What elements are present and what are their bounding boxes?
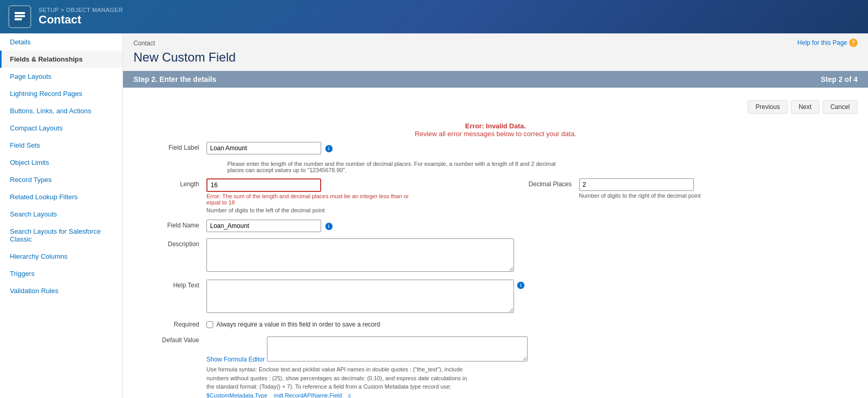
step-right: Step 2 of 4: [821, 75, 858, 83]
error-message: Review all error messages below to corre…: [127, 130, 864, 138]
breadcrumb-obj: OBJECT MANAGER: [66, 7, 123, 13]
sidebar-item-details[interactable]: Details: [0, 33, 123, 51]
field-name-input[interactable]: [206, 220, 321, 232]
required-field: Always require a value in this field in …: [206, 321, 380, 328]
length-decimal-row: Length Error: The sum of the length and …: [123, 178, 868, 213]
field-label-label: Field Label: [144, 142, 206, 151]
content-wrapper: Contact New Custom Field Help for this P…: [123, 33, 868, 398]
field-name-label: Field Name: [144, 220, 206, 229]
sidebar-item-fields-relationships[interactable]: Fields & Relationships: [0, 51, 123, 68]
sidebar: Details Fields & Relationships Page Layo…: [0, 33, 123, 398]
length-input[interactable]: [206, 178, 321, 192]
top-previous-button[interactable]: Previous: [748, 100, 788, 114]
show-formula-link[interactable]: Show Formula Editor: [206, 356, 265, 363]
sidebar-item-validation-rules[interactable]: Validation Rules: [0, 282, 123, 299]
sidebar-item-record-types[interactable]: Record Types: [0, 171, 123, 188]
hint-text: Please enter the length of the number an…: [123, 159, 592, 178]
default-value-label: Default Value: [144, 334, 206, 344]
page-breadcrumb: Contact: [123, 33, 868, 49]
sidebar-item-compact-layouts[interactable]: Compact Layouts: [0, 119, 123, 137]
sidebar-item-search-layouts[interactable]: Search Layouts: [0, 206, 123, 223]
main-content: Contact New Custom Field Help for this P…: [123, 33, 868, 398]
field-name-info-icon[interactable]: i: [325, 223, 333, 230]
decimal-input[interactable]: [579, 178, 694, 191]
app-icon: [8, 5, 31, 28]
required-label: Required: [144, 321, 206, 328]
help-text-label: Help Text: [144, 280, 206, 289]
sidebar-item-hierarchy-columns[interactable]: Hierarchy Columns: [0, 248, 123, 265]
help-text-field: i: [206, 280, 847, 315]
decimal-hint: Number of digits to the right of the dec…: [579, 192, 848, 199]
decimal-label: Decimal Places: [496, 178, 579, 188]
top-next-button[interactable]: Next: [791, 100, 820, 114]
form-container: Previous Next Cancel Error: Invalid Data…: [123, 88, 868, 398]
required-checkbox-label: Always require a value in this field in …: [216, 321, 380, 328]
app-header: SETUP > OBJECT MANAGER Contact: [0, 0, 868, 33]
breadcrumb-sep: >: [59, 7, 66, 13]
sidebar-item-lightning-record-pages[interactable]: Lightning Record Pages: [0, 85, 123, 102]
error-title: Error: Invalid Data.: [127, 122, 864, 130]
svg-rect-1: [15, 15, 25, 17]
top-cancel-button[interactable]: Cancel: [823, 100, 858, 114]
sidebar-item-object-limits[interactable]: Object Limits: [0, 154, 123, 171]
breadcrumb-nav: SETUP > OBJECT MANAGER: [39, 7, 123, 13]
sidebar-item-page-layouts[interactable]: Page Layouts: [0, 68, 123, 85]
sidebar-item-triggers[interactable]: Triggers: [0, 265, 123, 282]
step-left: Step 2. Enter the details: [133, 75, 216, 83]
description-textarea[interactable]: [206, 238, 514, 272]
default-value-row: Default Value Show Formula Editor Use fo…: [123, 334, 868, 398]
sidebar-item-search-layouts-classic[interactable]: Search Layouts for Salesforce Classic: [0, 223, 123, 248]
page-title: New Custom Field: [123, 49, 868, 71]
decimal-section: Decimal Places Number of digits to the r…: [496, 178, 848, 199]
length-hint: Number of digits to the left of the deci…: [206, 207, 496, 213]
header-text: SETUP > OBJECT MANAGER Contact: [39, 7, 123, 27]
description-label: Description: [144, 238, 206, 248]
help-area[interactable]: Help for this Page ?: [798, 39, 858, 47]
help-text-row: Help Text i: [123, 280, 868, 315]
sidebar-item-buttons-links-actions[interactable]: Buttons, Links, and Actions: [0, 102, 123, 119]
help-link[interactable]: Help for this Page: [798, 39, 847, 46]
formula-hint: Use formula syntax: Enclose text and pic…: [206, 365, 467, 398]
top-button-row: Previous Next Cancel: [123, 96, 868, 118]
breadcrumb-setup: SETUP: [39, 7, 59, 13]
required-row: Required Always require a value in this …: [123, 321, 868, 328]
app-header-title: Contact: [39, 13, 123, 27]
error-block: Error: Invalid Data. Review all error me…: [123, 118, 868, 142]
help-icon[interactable]: ?: [849, 39, 858, 47]
required-checkbox[interactable]: [206, 321, 213, 328]
decimal-field-area: Number of digits to the right of the dec…: [579, 178, 848, 199]
description-field: [206, 238, 847, 273]
sidebar-item-related-lookup-filters[interactable]: Related Lookup Filters: [0, 188, 123, 206]
help-text-textarea[interactable]: [206, 280, 514, 313]
help-text-info-icon[interactable]: i: [517, 282, 524, 289]
page-body: Details Fields & Relationships Page Layo…: [0, 33, 868, 398]
field-label-input[interactable]: [206, 142, 321, 154]
custom-metadata-link[interactable]: $CustomMetadata.Type__mdt.RecordAPIName.…: [206, 392, 351, 399]
field-name-field: i: [206, 220, 847, 232]
default-value-textarea[interactable]: [267, 336, 528, 361]
length-error: Error: The sum of the length and decimal…: [206, 193, 415, 206]
description-row: Description: [123, 238, 868, 273]
length-section: Length Error: The sum of the length and …: [144, 178, 496, 213]
sidebar-item-field-sets[interactable]: Field Sets: [0, 137, 123, 154]
field-label-info-icon[interactable]: i: [325, 145, 333, 152]
default-field-area: Show Formula Editor Use formula syntax: …: [206, 334, 847, 398]
field-label-row: Field Label i: [123, 142, 868, 154]
length-label: Length: [144, 178, 206, 188]
length-field-area: Error: The sum of the length and decimal…: [206, 178, 496, 213]
step-banner: Step 2. Enter the details Step 2 of 4: [123, 71, 868, 88]
svg-rect-0: [15, 12, 25, 14]
svg-rect-2: [15, 18, 22, 20]
field-name-row: Field Name i: [123, 220, 868, 232]
field-label-field: i: [206, 142, 847, 154]
